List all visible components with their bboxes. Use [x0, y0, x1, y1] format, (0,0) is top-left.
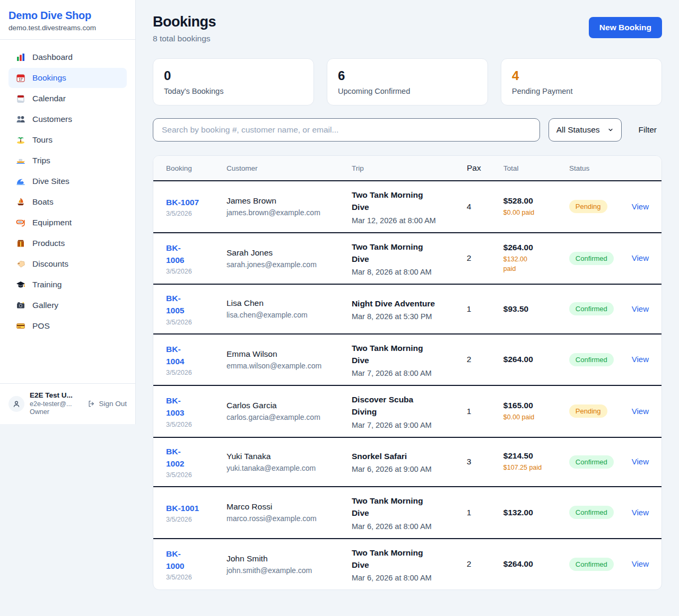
customer-name: Carlos Garcia: [227, 401, 347, 410]
status-select[interactable]: All Statuses: [549, 118, 622, 142]
status-badge: Pending: [569, 200, 607, 213]
view-link[interactable]: View: [632, 355, 649, 364]
total-amount: $165.00: [503, 401, 565, 410]
sidebar-item-label: Calendar: [32, 94, 66, 103]
booking-date: 3/5/2026: [166, 210, 222, 217]
view-link[interactable]: View: [632, 202, 649, 211]
booking-number-link[interactable]: BK- 1006: [166, 242, 222, 267]
pax-count: 1: [467, 508, 503, 517]
pos-card-icon: [16, 321, 25, 331]
trip-time: Mar 8, 2026 at 8:00 AM: [352, 268, 463, 276]
filter-button[interactable]: Filter: [639, 125, 657, 135]
booking-number-link[interactable]: BK- 1005: [166, 292, 222, 317]
customer-name: Sarah Jones: [227, 248, 347, 258]
sidebar-item-bookings[interactable]: 17 Bookings: [8, 68, 127, 88]
stat-label: Upcoming Confirmed: [338, 87, 477, 95]
total-amount: $528.00: [503, 196, 565, 206]
booking-date: 3/5/2026: [166, 574, 222, 581]
view-link[interactable]: View: [632, 508, 649, 517]
page-header: Bookings 8 total bookings New Booking: [153, 14, 662, 43]
user-email: e2e-tester@...: [30, 400, 82, 409]
sidebar-item-boats[interactable]: Boats: [8, 192, 127, 212]
person-icon: [12, 399, 21, 409]
sidebar-item-training[interactable]: Training: [8, 275, 127, 295]
pax-count: 2: [467, 559, 503, 569]
stat-label: Pending Payment: [512, 87, 651, 95]
search-input[interactable]: [153, 118, 540, 142]
shop-domain: demo.test.divestreams.com: [8, 24, 127, 32]
sidebar-item-pos[interactable]: POS: [8, 316, 127, 336]
column-header-customer: Customer: [227, 164, 352, 172]
table-row: BK- 1003 3/5/2026 Carlos Garcia carlos.g…: [153, 386, 661, 438]
trip-time: Mar 7, 2026 at 8:00 AM: [352, 369, 463, 377]
booking-number-link[interactable]: BK- 1000: [166, 548, 222, 573]
booking-number-link[interactable]: BK- 1004: [166, 343, 222, 368]
status-badge: Confirmed: [569, 506, 614, 519]
trip-name: Two Tank Morning Dive: [352, 342, 463, 367]
customer-email: carlos.garcia@example.com: [227, 413, 347, 421]
discounts-tag-icon: [16, 259, 25, 269]
table-row: BK-1001 3/5/2026 Marco Rossi marco.rossi…: [153, 487, 661, 539]
sidebar-item-equipment[interactable]: Equipment: [8, 213, 127, 233]
customer-name: James Brown: [227, 196, 347, 206]
calendar-icon: [16, 94, 25, 103]
booking-date: 3/5/2026: [166, 421, 222, 428]
table-header: Booking Customer Trip Pax Total Status: [153, 156, 661, 181]
sidebar-item-gallery[interactable]: Gallery: [8, 295, 127, 315]
sidebar-item-trips[interactable]: Trips: [8, 151, 127, 171]
customer-email: sarah.jones@example.com: [227, 260, 347, 269]
page-title: Bookings: [153, 14, 216, 30]
boats-sailboat-icon: [16, 197, 25, 207]
booking-number-link[interactable]: BK- 1002: [166, 445, 222, 470]
pax-count: 3: [467, 457, 503, 467]
pax-count: 4: [467, 202, 503, 212]
filter-row: All Statuses Filter: [153, 118, 662, 142]
column-header-trip: Trip: [352, 164, 467, 172]
trips-speedboat-icon: [16, 156, 25, 165]
view-link[interactable]: View: [632, 457, 649, 466]
view-link[interactable]: View: [632, 253, 649, 262]
sign-out-button[interactable]: Sign Out: [88, 400, 127, 408]
trip-time: Mar 7, 2026 at 9:00 AM: [352, 421, 463, 429]
status-badge: Confirmed: [569, 558, 614, 571]
status-badge: Confirmed: [569, 302, 614, 315]
user-role: Owner: [30, 408, 82, 417]
booking-number-link[interactable]: BK-1007: [166, 196, 222, 208]
total-amount: $93.50: [503, 304, 565, 314]
svg-text:17: 17: [19, 77, 23, 81]
stat-value: 0: [164, 68, 303, 83]
sidebar-item-tours[interactable]: Tours: [8, 130, 127, 150]
gallery-camera-icon: [16, 301, 25, 310]
sidebar-item-label: Customers: [32, 115, 72, 124]
sidebar-item-calendar[interactable]: Calendar: [8, 89, 127, 109]
trip-name: Two Tank Morning Dive: [352, 241, 463, 266]
status-badge: Confirmed: [569, 455, 614, 469]
shop-name: Demo Dive Shop: [8, 10, 127, 22]
view-link[interactable]: View: [632, 407, 649, 416]
stat-card-pending-payment: 4 Pending Payment: [501, 58, 662, 105]
sidebar-item-products[interactable]: Products: [8, 233, 127, 253]
booking-number-link[interactable]: BK- 1003: [166, 394, 222, 419]
column-header-pax: Pax: [467, 163, 503, 173]
new-booking-button[interactable]: New Booking: [589, 17, 662, 38]
user-name: E2E Test U...: [30, 391, 82, 400]
view-link[interactable]: View: [632, 304, 649, 313]
sidebar-item-label: Training: [32, 280, 62, 289]
sidebar-item-label: Equipment: [32, 218, 72, 227]
stat-value: 4: [512, 68, 651, 83]
sidebar-user-footer: E2E Test U... e2e-tester@... Owner Sign …: [0, 383, 135, 424]
sidebar-item-customers[interactable]: Customers: [8, 109, 127, 129]
trip-time: Mar 6, 2026 at 8:00 AM: [352, 522, 463, 531]
equipment-mask-icon: [16, 218, 25, 227]
sidebar-item-discounts[interactable]: Discounts: [8, 254, 127, 274]
sidebar-item-label: Boats: [32, 197, 54, 207]
sidebar-item-dashboard[interactable]: Dashboard: [8, 47, 127, 67]
total-amount: $264.00: [503, 243, 565, 252]
column-header-total: Total: [503, 164, 569, 172]
booking-number-link[interactable]: BK-1001: [166, 502, 222, 514]
customer-name: Yuki Tanaka: [227, 452, 347, 461]
total-amount: $214.50: [503, 451, 565, 461]
trip-name: Discover Scuba Diving: [352, 393, 463, 418]
view-link[interactable]: View: [632, 559, 649, 568]
sidebar-item-dive-sites[interactable]: Dive Sites: [8, 171, 127, 191]
